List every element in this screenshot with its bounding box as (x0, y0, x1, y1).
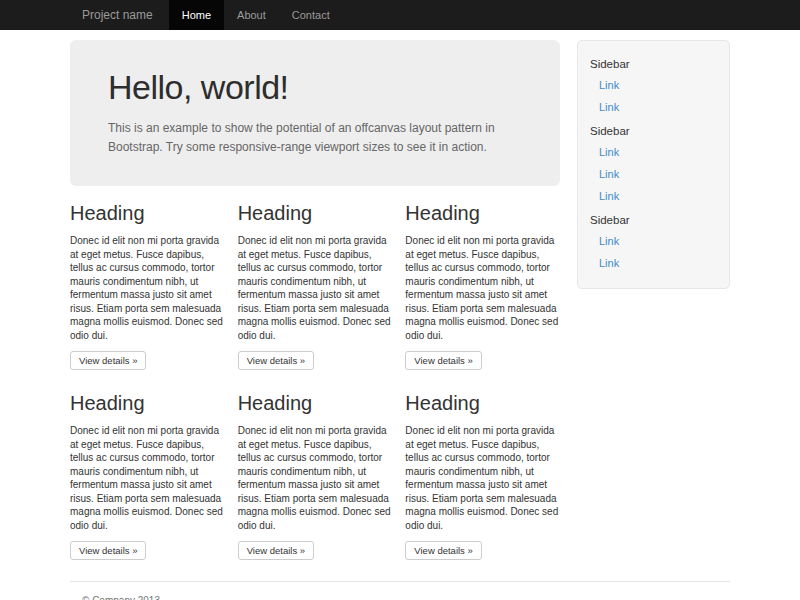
sidebar-group: Sidebar Link Link (578, 53, 729, 118)
sidebar-group: Sidebar Link Link (578, 209, 729, 274)
page-title: Hello, world! (108, 68, 522, 107)
nav-item: Contact (279, 0, 343, 30)
view-details-button[interactable]: View details » (70, 541, 146, 560)
sidebar: Sidebar Link Link Sidebar Link Link Link… (577, 40, 730, 289)
view-details-button[interactable]: View details » (238, 351, 314, 370)
card-heading: Heading (70, 392, 225, 415)
card-heading: Heading (70, 202, 225, 225)
copyright-text: © Company 2013 (70, 582, 730, 600)
sidebar-heading: Sidebar (578, 53, 729, 74)
content-card: Heading Donec id elit non mi porta gravi… (238, 202, 393, 370)
navbar-brand[interactable]: Project name (70, 0, 169, 30)
sidebar-heading: Sidebar (578, 209, 729, 230)
card-body: Donec id elit non mi porta gravida at eg… (238, 234, 393, 342)
card-body: Donec id elit non mi porta gravida at eg… (70, 234, 225, 342)
footer: © Company 2013 (70, 581, 730, 600)
cards-row-1: Heading Donec id elit non mi porta gravi… (70, 202, 560, 370)
card-body: Donec id elit non mi porta gravida at eg… (405, 424, 560, 532)
card-heading: Heading (238, 392, 393, 415)
sidebar-group: Sidebar Link Link Link (578, 120, 729, 207)
sidebar-link[interactable]: Link (578, 141, 729, 163)
navbar-menu: Home About Contact (169, 0, 343, 30)
content-card: Heading Donec id elit non mi porta gravi… (70, 392, 225, 560)
view-details-button[interactable]: View details » (405, 351, 481, 370)
view-details-button[interactable]: View details » (405, 541, 481, 560)
nav-item: Home (169, 0, 224, 30)
card-heading: Heading (405, 392, 560, 415)
navbar-container: Project name Home About Contact (70, 0, 730, 30)
sidebar-link[interactable]: Link (578, 252, 729, 274)
sidebar-link[interactable]: Link (578, 96, 729, 118)
sidebar-link[interactable]: Link (578, 185, 729, 207)
view-details-button[interactable]: View details » (238, 541, 314, 560)
card-body: Donec id elit non mi porta gravida at eg… (238, 424, 393, 532)
content-card: Heading Donec id elit non mi porta gravi… (405, 392, 560, 560)
nav-item-contact[interactable]: Contact (279, 0, 343, 30)
card-heading: Heading (405, 202, 560, 225)
sidebar-column: Sidebar Link Link Sidebar Link Link Link… (577, 40, 730, 289)
card-body: Donec id elit non mi porta gravida at eg… (70, 424, 225, 532)
navbar: Project name Home About Contact (0, 0, 800, 30)
jumbotron: Hello, world! This is an example to show… (70, 40, 560, 186)
page-container: Hello, world! This is an example to show… (70, 40, 730, 600)
sidebar-link[interactable]: Link (578, 230, 729, 252)
content-card: Heading Donec id elit non mi porta gravi… (70, 202, 225, 370)
cards-row-2: Heading Donec id elit non mi porta gravi… (70, 392, 560, 560)
nav-item: About (224, 0, 279, 30)
sidebar-heading: Sidebar (578, 120, 729, 141)
main-content: Hello, world! This is an example to show… (70, 40, 560, 560)
nav-item-home[interactable]: Home (169, 0, 224, 30)
nav-item-about[interactable]: About (224, 0, 279, 30)
sidebar-link[interactable]: Link (578, 74, 729, 96)
sidebar-link[interactable]: Link (578, 163, 729, 185)
jumbotron-description: This is an example to show the potential… (108, 119, 522, 156)
content-card: Heading Donec id elit non mi porta gravi… (405, 202, 560, 370)
content-card: Heading Donec id elit non mi porta gravi… (238, 392, 393, 560)
view-details-button[interactable]: View details » (70, 351, 146, 370)
card-body: Donec id elit non mi porta gravida at eg… (405, 234, 560, 342)
card-heading: Heading (238, 202, 393, 225)
